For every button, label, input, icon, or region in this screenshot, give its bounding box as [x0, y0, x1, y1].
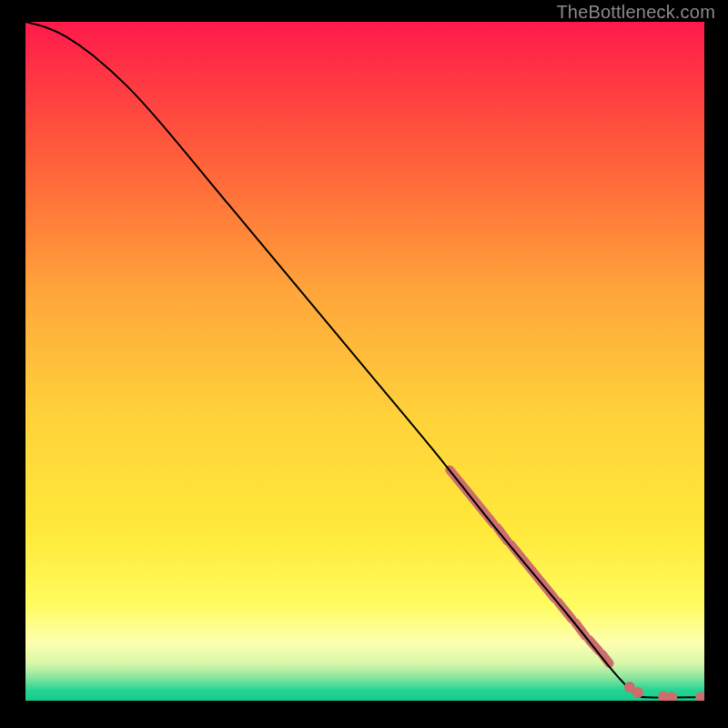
attribution-label: TheBottleneck.com	[556, 2, 715, 23]
chart-root: TheBottleneck.com	[0, 0, 728, 728]
chart-canvas	[25, 22, 704, 701]
gradient-background	[25, 22, 704, 701]
highlight-dot	[632, 687, 643, 698]
